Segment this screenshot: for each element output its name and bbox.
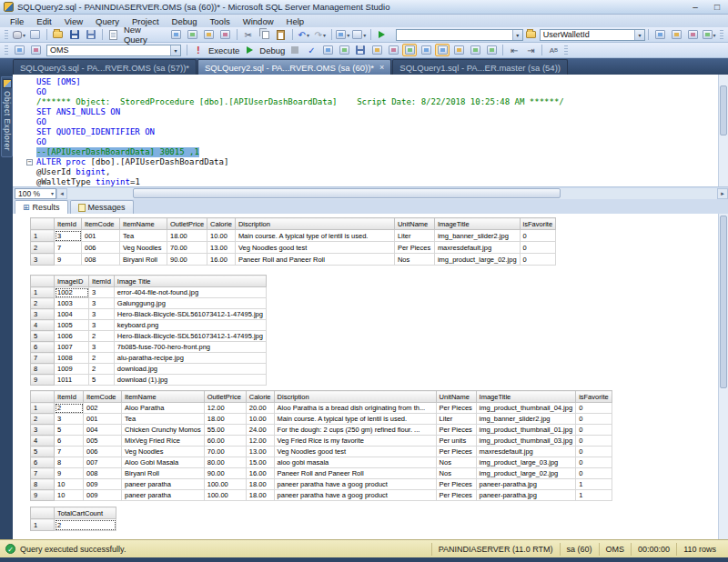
code-line[interactable]: @WalletType tinyint=1: [13, 177, 728, 186]
row-number[interactable]: 2: [31, 298, 55, 309]
grid-cell[interactable]: Liter: [394, 230, 434, 242]
grid-cell[interactable]: Veg Fried Rice is my favorite: [274, 436, 436, 447]
grid-cell[interactable]: 8: [55, 457, 84, 468]
row-number[interactable]: 3: [31, 309, 55, 320]
grid-cell[interactable]: 90.00: [204, 468, 246, 479]
grid-cell[interactable]: 009: [84, 479, 122, 490]
toolbar-grip[interactable]: [564, 45, 568, 55]
column-header-calorie[interactable]: Calorie: [246, 391, 274, 403]
code-line[interactable]: --[APIUserDashBoardData] 30015 ,1: [13, 147, 728, 157]
maximize-button[interactable]: □: [710, 2, 724, 12]
grid-cell[interactable]: 001: [84, 414, 122, 425]
row-number[interactable]: 4: [31, 320, 55, 331]
column-header-imagetitle[interactable]: ImageTitle: [434, 218, 520, 230]
row-number[interactable]: 3: [31, 254, 55, 266]
grid-cell[interactable]: 7b085-fuse-700-hero-front.png: [114, 342, 266, 353]
grid-cell[interactable]: 100.00: [204, 479, 246, 490]
column-header-itemid[interactable]: ItemId: [55, 218, 82, 230]
grid-cell[interactable]: Veg Noodles good test: [235, 242, 394, 254]
grid-cell[interactable]: paneer paratha have a goog product: [274, 479, 436, 490]
grid-cell[interactable]: paneer paratha have a goog product: [274, 490, 436, 501]
grid-cell[interactable]: 7: [55, 447, 84, 457]
execute-button[interactable]: Execute: [208, 45, 239, 55]
row-number[interactable]: 1: [31, 403, 55, 414]
template-folder-icon[interactable]: [524, 28, 539, 41]
comment-icon[interactable]: [468, 44, 482, 56]
results-vertical-scrollbar[interactable]: [718, 214, 728, 539]
code-line[interactable]: SET QUOTED_IDENTIFIER ON: [13, 127, 728, 137]
grid-cell[interactable]: Hero-Black-Bicycle-SDL561073412-1-47495.…: [114, 331, 266, 342]
grid-cell[interactable]: Per units: [436, 436, 476, 447]
paste-icon[interactable]: [274, 28, 288, 41]
grid-cell[interactable]: paneer-paratha.jpg: [476, 490, 576, 501]
grid-cell[interactable]: Nos: [394, 254, 434, 266]
grid-cell[interactable]: Aloo Paratha is a bread dish originating…: [274, 403, 436, 414]
grid-cell[interactable]: 1008: [55, 353, 89, 364]
tab-close-icon[interactable]: ×: [379, 63, 384, 72]
column-header-isfavorite[interactable]: isFavorite: [520, 218, 556, 230]
grid-cell[interactable]: 001: [82, 230, 120, 242]
grid-cell[interactable]: Nos: [436, 468, 476, 479]
column-header-totalcartcount[interactable]: TotalCartCount: [55, 507, 116, 519]
menu-file[interactable]: File: [4, 16, 30, 26]
row-number[interactable]: 8: [31, 364, 55, 375]
grid-cell[interactable]: 008: [82, 254, 120, 266]
row-number-header[interactable]: [31, 276, 55, 287]
undo-button[interactable]: ↶▾: [297, 28, 311, 41]
code-line[interactable]: SET ANSI_NULLS ON: [13, 107, 728, 117]
grid-cell[interactable]: 2: [89, 331, 115, 342]
template-combo[interactable]: ▾: [396, 29, 523, 41]
row-number[interactable]: 1: [31, 230, 55, 242]
grid-cell[interactable]: 100.00: [204, 490, 246, 501]
parse-check-icon[interactable]: ✓: [304, 44, 318, 56]
grid-cell[interactable]: 0: [520, 242, 556, 254]
grid-cell[interactable]: 70.00: [167, 242, 207, 254]
column-header-itemname[interactable]: ItemName: [122, 391, 205, 403]
grid-cell[interactable]: Galunggung.jpg: [114, 298, 266, 309]
grid-cell[interactable]: Biryani Roll: [120, 254, 167, 266]
grid-cell[interactable]: Veg Noodles good test: [274, 447, 436, 457]
connect-button[interactable]: ▾: [12, 28, 26, 41]
scroll-left-button[interactable]: ◂: [56, 188, 67, 199]
grid-cell[interactable]: 006: [84, 447, 122, 457]
grid-cell[interactable]: paneer paratha: [122, 490, 205, 501]
grid-cell[interactable]: 3: [89, 342, 115, 353]
activity-monitor-icon[interactable]: [28, 28, 43, 41]
database-combo[interactable]: OMS▾: [46, 45, 181, 56]
grid-cell[interactable]: Aloo Paratha: [122, 403, 205, 414]
column-header-itemid[interactable]: ItemId: [89, 276, 115, 287]
grid-cell[interactable]: img_banner_slider2.jpg: [434, 230, 520, 242]
grid-cell[interactable]: 2: [55, 519, 116, 531]
toolbar-grip[interactable]: [720, 30, 723, 40]
grid-cell[interactable]: Biryani Roll: [122, 468, 205, 479]
messages-tab[interactable]: Messages: [70, 200, 134, 214]
grid-cell[interactable]: 9: [55, 468, 84, 479]
editor-zoom-select[interactable]: 100 %▾: [15, 188, 56, 199]
grid-cell[interactable]: 3: [89, 287, 115, 298]
grid-cell[interactable]: img_product_thumbnail_03.jpg: [476, 436, 576, 447]
grid-cell[interactable]: Main course. A typical type of lentil is…: [274, 414, 436, 425]
grid-cell[interactable]: 1: [576, 490, 612, 501]
grid-cell[interactable]: download.jpg: [114, 364, 266, 375]
new-query-icon[interactable]: [106, 28, 121, 41]
view-icon[interactable]: ▾: [702, 28, 716, 41]
grid-cell[interactable]: 3: [89, 320, 115, 331]
find-icon[interactable]: [652, 28, 667, 41]
row-number[interactable]: 3: [31, 425, 55, 436]
scroll-right-button[interactable]: ▸: [717, 188, 728, 199]
code-line[interactable]: /****** Object: StoredProcedure [dbo].[A…: [13, 97, 728, 107]
available-databases-icon[interactable]: [12, 44, 26, 56]
estimated-plan-icon[interactable]: [320, 44, 335, 56]
grid-cell[interactable]: 1007: [55, 342, 89, 353]
column-header-itemcode[interactable]: ItemCode: [82, 218, 120, 230]
grid-cell[interactable]: 1004: [55, 309, 89, 320]
menu-help[interactable]: Help: [280, 16, 311, 26]
grid-cell[interactable]: MixVeg Fried Rice: [122, 436, 205, 447]
grid-cell[interactable]: Tea: [122, 414, 205, 425]
grid-cell[interactable]: 10: [55, 479, 84, 490]
grid-cell[interactable]: keyboard.png: [114, 320, 266, 331]
actual-plan-icon[interactable]: [402, 44, 417, 56]
editor-horizontal-scrollbar[interactable]: [67, 188, 717, 199]
column-header-discription[interactable]: Discription: [274, 391, 436, 403]
grid-cell[interactable]: 18.00: [246, 479, 274, 490]
